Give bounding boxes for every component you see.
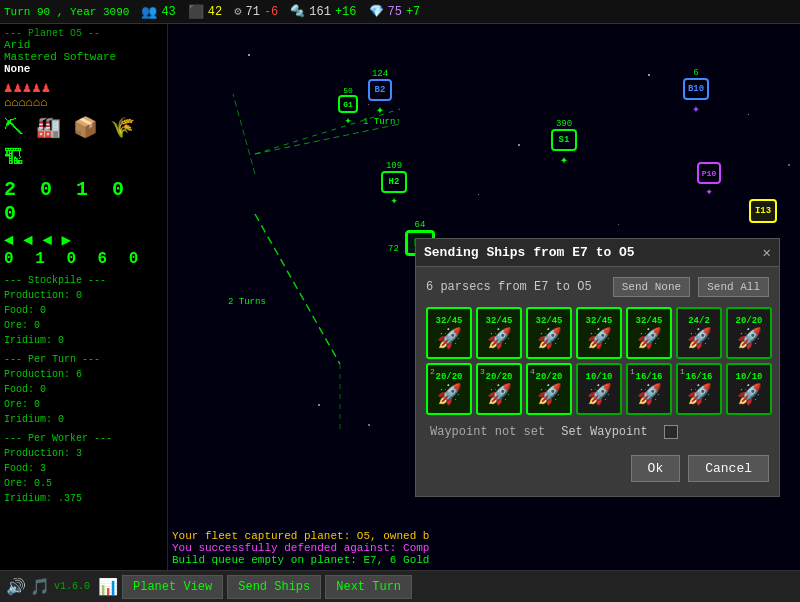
perworker-iridium: Iridium: .375 [4, 491, 163, 506]
modal-title: Sending Ships from E7 to O5 [424, 245, 635, 260]
resource-ore: 🔩 161 +16 [290, 4, 356, 19]
planet-view-button[interactable]: Planet View [122, 575, 223, 599]
planet-header: --- Planet O5 -- [4, 28, 163, 39]
planet-b10[interactable]: 6 B10 ✦ [683, 68, 709, 117]
msg-1: Your fleet captured planet: O5, owned b [172, 530, 796, 542]
ok-button[interactable]: Ok [631, 455, 681, 482]
perturn-food: Food: 0 [4, 382, 163, 397]
planet-info-section: --- Planet O5 -- Arid Mastered Software … [4, 28, 163, 75]
ship-icons: ◄ ◄ ◄ ▶ [4, 230, 163, 250]
fleet-count-72: 72 [388, 244, 399, 254]
perworker-section: --- Per Worker --- Production: 3 Food: 3… [4, 431, 163, 506]
perworker-production: Production: 3 [4, 446, 163, 461]
population-value: 43 [161, 5, 175, 19]
planet-p10[interactable]: P10 ✦ [697, 162, 721, 199]
svg-line-0 [255, 124, 400, 154]
perturn-section: --- Per Turn --- Production: 6 Food: 0 O… [4, 352, 163, 427]
production-value: 71 [245, 5, 259, 19]
ship-card-12[interactable]: 16/16🚀1 [676, 363, 722, 415]
stockpile-iridium: Iridium: 0 [4, 333, 163, 348]
planet-h2[interactable]: 109 H2 ✦ [381, 161, 407, 208]
chart-icon[interactable]: 📊 [98, 577, 118, 597]
perworker-ore: Ore: 0.5 [4, 476, 163, 491]
ore-delta: +16 [335, 5, 357, 19]
perworker-header: --- Per Worker --- [4, 431, 163, 446]
resource-production: ⚙ 71 -6 [234, 4, 278, 19]
perturn-iridium: Iridium: 0 [4, 412, 163, 427]
speaker-icon[interactable]: 🔊 [6, 577, 26, 597]
production-delta: -6 [264, 5, 278, 19]
waypoint-not-set: Waypoint not set [430, 425, 545, 439]
waypoint-checkbox[interactable] [664, 425, 678, 439]
planet-type: Arid [4, 39, 163, 51]
iridium-icon: 💎 [369, 4, 384, 19]
ship-card-4[interactable]: 32/45🚀 [626, 307, 672, 359]
msg-3: Build queue empty on planet: E7, 6 Gold [172, 554, 796, 566]
ship-card-6[interactable]: 20/20🚀 [726, 307, 772, 359]
message-bar: Your fleet captured planet: O5, owned b … [172, 530, 796, 566]
planet-owner: Mastered Software [4, 51, 163, 63]
perturn-ore: Ore: 0 [4, 397, 163, 412]
ship-card-9[interactable]: 20/20🚀4 [526, 363, 572, 415]
send-ships-button[interactable]: Send Ships [227, 575, 321, 599]
msg-2: You successfully defended against: Comp [172, 542, 796, 554]
version-text: v1.6.0 [54, 581, 90, 592]
ship-card-1[interactable]: 32/45🚀 [476, 307, 522, 359]
music-icon[interactable]: 🎵 [30, 577, 50, 597]
resource-population: 👥 43 [141, 4, 175, 20]
pop-icons: ♟♟♟♟♟ [4, 79, 163, 96]
modal-titlebar: Sending Ships from E7 to O5 ✕ [416, 239, 779, 267]
planet-b2[interactable]: 124 B2 ✦ [368, 69, 392, 118]
waypoint-row: Waypoint not set Set Waypoint [426, 425, 769, 439]
perturn-production: Production: 6 [4, 367, 163, 382]
stockpile-section: --- Stockpile --- Production: 0 Food: 0 … [4, 273, 163, 348]
ship-card-5[interactable]: 24/2🚀 [676, 307, 722, 359]
ship-card-0[interactable]: 32/45🚀 [426, 307, 472, 359]
ship-card-10[interactable]: 10/10🚀 [576, 363, 622, 415]
modal-body: 6 parsecs from E7 to O5 Send None Send A… [416, 267, 779, 496]
ship-card-11[interactable]: 16/16🚀1 [626, 363, 672, 415]
svg-text:2 Turns: 2 Turns [228, 297, 266, 307]
resource-icons-section: ⛏ 🏭 📦 🌾 🏗 [4, 114, 163, 174]
header-bar: Turn 90 , Year 3090 👥 43 ⬛ 42 ⚙ 71 -6 🔩 … [0, 0, 800, 24]
next-turn-button[interactable]: Next Turn [325, 575, 412, 599]
send-all-button[interactable]: Send All [698, 277, 769, 297]
modal-close-button[interactable]: ✕ [763, 244, 771, 261]
ship-card-2[interactable]: 32/45🚀 [526, 307, 572, 359]
stockpile-ore: Ore: 0 [4, 318, 163, 333]
cancel-button[interactable]: Cancel [688, 455, 769, 482]
resource-food: ⬛ 42 [188, 4, 222, 20]
ship-section: ◄ ◄ ◄ ▶ 0 1 0 6 0 [4, 230, 163, 269]
modal-info-text: 6 parsecs from E7 to O5 [426, 280, 605, 294]
small-numbers: 0 1 0 6 0 [4, 250, 163, 269]
planet-i13[interactable]: I13 [749, 199, 777, 223]
building-icons: ⌂⌂⌂⌂⌂⌂ [4, 96, 163, 110]
ship-card-8[interactable]: 20/20🚀3 [476, 363, 522, 415]
resource-icons: ⛏ 🏭 📦 🌾 🏗 [4, 114, 163, 174]
svg-line-1 [233, 94, 255, 174]
modal-footer: Ok Cancel [426, 451, 769, 486]
ship-card-13[interactable]: 10/10🚀 [726, 363, 772, 415]
ship-card-7[interactable]: 20/20🚀2 [426, 363, 472, 415]
population-icon: 👥 [141, 4, 157, 20]
bottom-bar: 🔊 🎵 v1.6.0 📊 Planet View Send Ships Next… [0, 570, 800, 602]
turn-label: Turn 90 , Year 3090 [4, 6, 129, 18]
ship-grid: 32/45🚀32/45🚀32/45🚀32/45🚀32/45🚀24/2🚀20/20… [426, 307, 769, 415]
resource-iridium: 💎 75 +7 [369, 4, 421, 19]
perturn-header: --- Per Turn --- [4, 352, 163, 367]
send-ships-modal: Sending Ships from E7 to O5 ✕ 6 parsecs … [415, 238, 780, 497]
sidebar: --- Planet O5 -- Arid Mastered Software … [0, 24, 168, 570]
population-section: ♟♟♟♟♟ ⌂⌂⌂⌂⌂⌂ [4, 79, 163, 110]
planet-s1[interactable]: 390 S1 ✦ [551, 119, 577, 168]
send-none-button[interactable]: Send None [613, 277, 690, 297]
big-numbers-section: 2 0 1 0 0 [4, 178, 163, 226]
stockpile-header: --- Stockpile --- [4, 273, 163, 288]
production-icon: ⚙ [234, 4, 241, 19]
ship-card-3[interactable]: 32/45🚀 [576, 307, 622, 359]
stockpile-food: Food: 0 [4, 303, 163, 318]
set-waypoint-label: Set Waypoint [561, 425, 647, 439]
planet-g1[interactable]: 50 G1 ✦ [338, 86, 358, 128]
stockpile-production: Production: 0 [4, 288, 163, 303]
iridium-delta: +7 [406, 5, 420, 19]
svg-line-3 [255, 214, 340, 364]
